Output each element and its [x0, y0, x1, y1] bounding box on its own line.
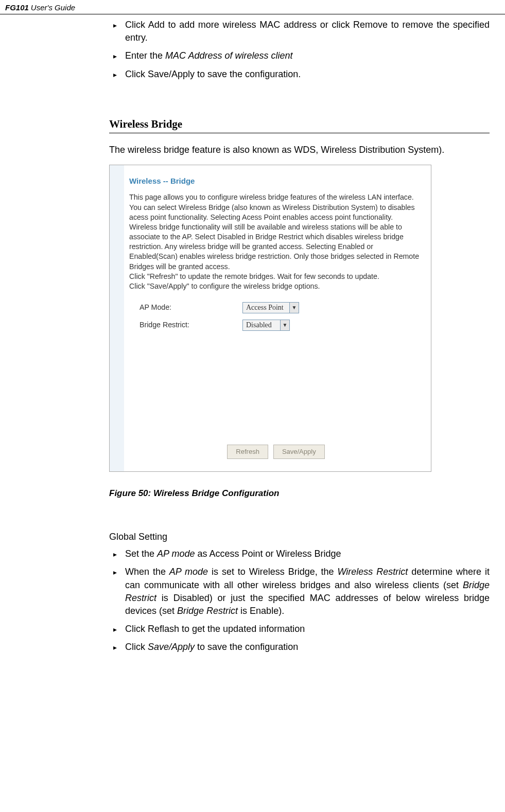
- button-row: Refresh Save/Apply: [129, 445, 423, 459]
- bullet-text: When the AP mode is set to Wireless Brid…: [125, 566, 490, 617]
- intro-paragraph: The wireless bridge feature is also know…: [109, 144, 490, 156]
- panel-description: This page allows you to configure wirele…: [129, 192, 423, 291]
- ap-mode-row: AP Mode: Access Point ▼: [140, 301, 423, 315]
- ap-mode-label: AP Mode:: [140, 303, 242, 313]
- bullet-text: Click Reflash to get the updated informa…: [125, 623, 490, 636]
- wireless-bridge-screenshot: Wireless -- Bridge This page allows you …: [109, 165, 431, 472]
- panel-title: Wireless -- Bridge: [129, 175, 423, 186]
- save-apply-button[interactable]: Save/Apply: [273, 445, 325, 459]
- chevron-down-icon: ▼: [280, 320, 289, 330]
- bridge-restrict-select[interactable]: Disabled ▼: [242, 320, 290, 331]
- top-bullet-list: Click Add to add more wireless MAC addre…: [109, 19, 490, 81]
- bullet-text: Click Save/Apply to save the configurati…: [125, 641, 490, 654]
- list-item: When the AP mode is set to Wireless Brid…: [109, 566, 490, 617]
- panel-filler: [129, 334, 423, 443]
- bridge-restrict-label: Bridge Restrict:: [140, 320, 242, 330]
- section-title-wireless-bridge: Wireless Bridge: [109, 117, 490, 133]
- global-setting-label: Global Setting: [109, 531, 490, 543]
- refresh-button[interactable]: Refresh: [227, 445, 268, 459]
- screenshot-leftbar: [110, 165, 124, 471]
- list-item: Click Save/Apply to save the configurati…: [109, 641, 490, 654]
- bullet-text: Click Save/Apply to save the configurati…: [125, 68, 490, 81]
- chevron-down-icon: ▼: [289, 303, 299, 313]
- bridge-restrict-row: Bridge Restrict: Disabled ▼: [140, 318, 423, 332]
- header-guide: User's Guide: [31, 2, 75, 13]
- figure-caption: Figure 50: Wireless Bridge Configuration: [109, 487, 490, 500]
- screenshot-wrapper: Wireless -- Bridge This page allows you …: [109, 165, 490, 472]
- header-model: FG101: [5, 2, 29, 13]
- ap-mode-value: Access Point: [243, 303, 289, 313]
- bridge-restrict-value: Disabled: [243, 320, 280, 330]
- ap-mode-select[interactable]: Access Point ▼: [242, 302, 299, 313]
- screenshot-panel: Wireless -- Bridge This page allows you …: [124, 165, 431, 471]
- bottom-bullet-list: Set the AP mode as Access Point or Wirel…: [109, 548, 490, 654]
- bullet-text: Enter the MAC Address of wireless client: [125, 49, 490, 62]
- list-item: Set the AP mode as Access Point or Wirel…: [109, 548, 490, 560]
- bullet-text: Click Add to add more wireless MAC addre…: [125, 19, 490, 44]
- list-item: Click Add to add more wireless MAC addre…: [109, 19, 490, 44]
- list-item: Enter the MAC Address of wireless client: [109, 49, 490, 62]
- list-item: Click Reflash to get the updated informa…: [109, 623, 490, 636]
- page-header: FG101 User's Guide: [0, 0, 505, 14]
- bullet-text: Set the AP mode as Access Point or Wirel…: [125, 548, 490, 560]
- list-item: Click Save/Apply to save the configurati…: [109, 68, 490, 81]
